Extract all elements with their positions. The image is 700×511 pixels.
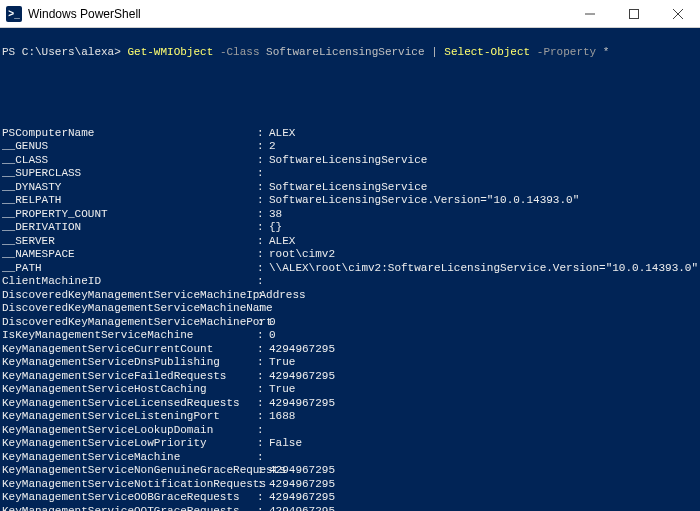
close-icon [673, 9, 683, 19]
window-titlebar: >_ Windows PowerShell [0, 0, 700, 28]
titlebar-controls [568, 0, 700, 27]
output-key: KeyManagementServiceLowPriority [2, 437, 257, 451]
cmdlet-selectobject: Select-Object [444, 46, 530, 58]
output-key: __CLASS [2, 154, 257, 168]
output-key: KeyManagementServiceOOTGraceRequests [2, 505, 257, 512]
output-value: ALEX [269, 127, 698, 141]
minimize-icon [585, 9, 595, 19]
output-row: KeyManagementServiceNonGenuineGraceReque… [2, 464, 698, 478]
output-sep: : [257, 181, 269, 195]
output-row: DiscoveredKeyManagementServiceMachinePor… [2, 316, 698, 330]
output-sep: : [257, 356, 269, 370]
output-sep: : [257, 491, 269, 505]
prompt-path: PS C:\Users\alexa> [2, 46, 121, 58]
output-key: __DYNASTY [2, 181, 257, 195]
output-key: ClientMachineID [2, 275, 257, 289]
output-key: KeyManagementServiceNonGenuineGraceReque… [2, 464, 257, 478]
output-row: DiscoveredKeyManagementServiceMachineNam… [2, 302, 698, 316]
output-value: 4294967295 [269, 397, 698, 411]
output-row: IsKeyManagementServiceMachine: 0 [2, 329, 698, 343]
output-key: __DERIVATION [2, 221, 257, 235]
output-row: KeyManagementServiceLookupDomain: [2, 424, 698, 438]
output-key: KeyManagementServiceLicensedRequests [2, 397, 257, 411]
output-sep: : [257, 424, 269, 438]
output-value: {} [269, 221, 698, 235]
output-row: __PATH: \\ALEX\root\cimv2:SoftwareLicens… [2, 262, 698, 276]
output-key: KeyManagementServiceCurrentCount [2, 343, 257, 357]
output-row: __SUPERCLASS: [2, 167, 698, 181]
output-value: 1688 [269, 410, 698, 424]
output-sep: : [257, 410, 269, 424]
blank-line [2, 100, 698, 114]
arg-class: SoftwareLicensingService [266, 46, 424, 58]
prompt-line: PS C:\Users\alexa> Get-WMIObject -Class … [2, 46, 698, 60]
output-sep: : [257, 208, 269, 222]
powershell-icon: >_ [6, 6, 22, 22]
cmdlet-getwmiobject: Get-WMIObject [127, 46, 213, 58]
param-property: -Property [537, 46, 596, 58]
output-row: KeyManagementServiceLicensedRequests: 42… [2, 397, 698, 411]
output-key: __GENUS [2, 140, 257, 154]
output-row: KeyManagementServiceDnsPublishing: True [2, 356, 698, 370]
output-value: 4294967295 [269, 464, 698, 478]
output-value: 4294967295 [269, 343, 698, 357]
output-sep: : [257, 127, 269, 141]
output-sep: : [257, 221, 269, 235]
output-row: __GENUS: 2 [2, 140, 698, 154]
output-key: KeyManagementServiceFailedRequests [2, 370, 257, 384]
output-key: KeyManagementServiceMachine [2, 451, 257, 465]
output-row: KeyManagementServiceOOTGraceRequests: 42… [2, 505, 698, 512]
output-sep: : [257, 140, 269, 154]
output-key: __SERVER [2, 235, 257, 249]
svg-rect-1 [630, 9, 639, 18]
output-key: __PATH [2, 262, 257, 276]
output-value: False [269, 437, 698, 451]
output-sep: : [257, 383, 269, 397]
output-sep: : [257, 329, 269, 343]
output-sep: : [257, 248, 269, 262]
titlebar-left: >_ Windows PowerShell [0, 6, 141, 22]
output-key: KeyManagementServiceLookupDomain [2, 424, 257, 438]
output-row: KeyManagementServiceCurrentCount: 429496… [2, 343, 698, 357]
output-row: DiscoveredKeyManagementServiceMachineIpA… [2, 289, 698, 303]
output-row: __NAMESPACE: root\cimv2 [2, 248, 698, 262]
output-value: 2 [269, 140, 698, 154]
output-sep: : [257, 397, 269, 411]
output-key: DiscoveredKeyManagementServiceMachineIpA… [2, 289, 257, 303]
output-row: KeyManagementServiceOOBGraceRequests: 42… [2, 491, 698, 505]
output-sep: : [257, 343, 269, 357]
output-sep: : [257, 464, 269, 478]
terminal-output[interactable]: PS C:\Users\alexa> Get-WMIObject -Class … [0, 28, 700, 511]
output-key: PSComputerName [2, 127, 257, 141]
output-row: __DYNASTY: SoftwareLicensingService [2, 181, 698, 195]
output-value: ALEX [269, 235, 698, 249]
maximize-button[interactable] [612, 0, 656, 27]
output-value [269, 302, 698, 316]
output-value [269, 289, 698, 303]
output-value [269, 275, 698, 289]
output-sep: : [257, 262, 269, 276]
output-key: KeyManagementServiceDnsPublishing [2, 356, 257, 370]
output-value: 0 [269, 316, 698, 330]
output-sep: : [257, 316, 269, 330]
output-key: __PROPERTY_COUNT [2, 208, 257, 222]
output-sep: : [257, 478, 269, 492]
output-sep: : [257, 275, 269, 289]
window-title: Windows PowerShell [28, 7, 141, 21]
output-value: 4294967295 [269, 491, 698, 505]
close-button[interactable] [656, 0, 700, 27]
output-sep: : [257, 154, 269, 168]
output-key: KeyManagementServiceNotificationRequests [2, 478, 257, 492]
output-key: __SUPERCLASS [2, 167, 257, 181]
output-row: KeyManagementServiceFailedRequests: 4294… [2, 370, 698, 384]
output-sep: : [257, 437, 269, 451]
output-key: __RELPATH [2, 194, 257, 208]
minimize-button[interactable] [568, 0, 612, 27]
output-key: KeyManagementServiceListeningPort [2, 410, 257, 424]
output-value [269, 424, 698, 438]
output-row: KeyManagementServiceHostCaching: True [2, 383, 698, 397]
output-value: 0 [269, 329, 698, 343]
output-rows: PSComputerName: ALEX__GENUS: 2__CLASS: S… [2, 127, 698, 512]
pipe-symbol: | [431, 46, 438, 58]
output-value [269, 451, 698, 465]
